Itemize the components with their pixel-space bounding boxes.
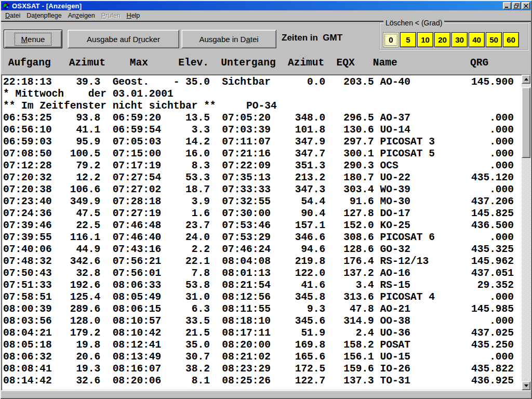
print-output-button[interactable]: Ausgabe auf Drucker xyxy=(68,30,179,48)
grad-button-60[interactable]: 60 xyxy=(503,32,519,47)
app-window: OSXSAT - [Anzeigen] DateiDatenpflegeAnze… xyxy=(0,0,532,399)
pass-list: 22:18:13 39.3 Geost. - 35.0 Sichtbar 0.0… xyxy=(1,74,531,391)
restore-button[interactable] xyxy=(512,2,521,9)
table-row[interactable]: 06:53:25 93.8 06:59:20 13.5 07:05:20 348… xyxy=(3,112,522,124)
table-row[interactable]: 07:51:33 192.6 08:06:33 53.8 08:21:54 41… xyxy=(3,280,522,291)
table-row[interactable]: 08:04:21 179.2 08:10:42 21.5 08:17:11 51… xyxy=(3,327,522,339)
table-row[interactable]: 07:08:50 100.5 07:15:00 16.0 07:21:16 34… xyxy=(3,148,522,160)
table-row[interactable]: 08:03:56 128.0 08:10:57 33.5 08:18:10 34… xyxy=(3,315,522,327)
table-row[interactable]: 06:56:10 41.1 06:59:54 3.3 07:03:39 101.… xyxy=(3,124,522,136)
table-row[interactable]: 07:50:43 32.8 07:56:01 7.8 08:01:13 122.… xyxy=(3,268,522,280)
scrollbar-down-button[interactable] xyxy=(522,381,530,390)
menu-item-anzeigen[interactable]: Anzeigen xyxy=(65,11,98,20)
minimize-icon xyxy=(504,3,510,8)
table-row[interactable]: 08:06:32 20.6 08:13:49 30.7 08:21:02 165… xyxy=(3,351,522,363)
grad-buttons: 05102030405060 xyxy=(383,32,519,47)
toolbar: Menue Ausgabe auf Drucker Ausgabe in Dat… xyxy=(1,22,531,52)
restore-icon xyxy=(514,3,519,8)
scrollbar-thumb[interactable] xyxy=(522,87,530,158)
arrow-up-icon xyxy=(524,78,528,81)
table-row[interactable]: 07:48:32 342.6 07:56:21 22.1 08:04:08 21… xyxy=(3,256,522,268)
grad-button-20[interactable]: 20 xyxy=(434,32,450,47)
table-header-line: Aufgang Azimut Max Elev. Untergang Azimu… xyxy=(1,52,531,74)
table-note-row[interactable]: * Mittwoch der 03.01.2001 xyxy=(3,88,522,100)
grad-button-40[interactable]: 40 xyxy=(469,32,485,47)
vertical-scrollbar[interactable] xyxy=(522,75,530,390)
grad-button-10[interactable]: 10 xyxy=(417,32,433,47)
table-row[interactable]: 06:59:03 95.9 07:05:03 14.2 07:11:07 347… xyxy=(3,136,522,148)
table-row[interactable]: 07:39:55 116.1 07:46:40 24.0 07:53:29 34… xyxy=(3,232,522,244)
menu-item-datenpflege[interactable]: Datenpflege xyxy=(23,11,64,20)
grad-button-5[interactable]: 5 xyxy=(400,32,416,47)
table-note-row[interactable]: ** Im Zeitfenster nicht sichtbar ** PO-3… xyxy=(3,100,522,112)
titlebar: OSXSAT - [Anzeigen] xyxy=(1,1,531,10)
table-row[interactable]: 07:12:28 79.2 07:17:19 8.3 07:22:09 351.… xyxy=(3,160,522,172)
times-in-gmt-label: Zeiten in GMT xyxy=(282,33,342,43)
table-row[interactable]: 08:14:42 32.6 08:20:06 8.1 08:25:26 122.… xyxy=(3,375,522,387)
file-output-button[interactable]: Ausgabe in Datei xyxy=(181,30,276,48)
menue-button[interactable]: Menue xyxy=(4,30,62,48)
grad-button-30[interactable]: 30 xyxy=(451,32,468,47)
close-button[interactable] xyxy=(522,2,530,9)
table-row[interactable]: 07:20:32 12.2 07:27:54 53.3 07:35:13 213… xyxy=(3,172,522,184)
table-row[interactable]: 08:08:41 19.3 08:16:07 38.2 08:23:29 172… xyxy=(3,363,522,375)
menu-item-datei[interactable]: Datei xyxy=(2,11,23,20)
table-row[interactable]: 08:00:39 289.6 08:06:15 6.3 08:11:55 9.3… xyxy=(3,303,522,315)
table-row[interactable]: 07:39:46 22.5 07:46:48 23.7 07:53:46 157… xyxy=(3,220,522,232)
table-row[interactable]: 08:05:18 19.8 08:12:41 35.0 08:20:00 169… xyxy=(3,339,522,351)
scrollbar-up-button[interactable] xyxy=(522,75,530,84)
menubar: DateiDatenpflegeAnzeigenPrüfenHelp xyxy=(1,10,531,22)
table-rows: 22:18:13 39.3 Geost. - 35.0 Sichtbar 0.0… xyxy=(2,75,522,390)
window-title: OSXSAT - [Anzeigen] xyxy=(12,2,82,10)
minimize-button[interactable] xyxy=(503,2,511,9)
arrow-down-icon xyxy=(524,384,528,387)
menu-item-help[interactable]: Help xyxy=(124,11,143,20)
close-icon xyxy=(524,4,528,8)
table-row[interactable]: 07:58:51 125.4 08:05:49 31.0 08:12:56 34… xyxy=(3,291,522,303)
delete-threshold-label: Löschen < (Grad) xyxy=(383,19,444,27)
grad-button-0[interactable]: 0 xyxy=(383,32,399,47)
bottom-strip xyxy=(1,391,531,398)
table-row[interactable]: 07:40:06 44.9 07:43:16 2.2 07:46:24 94.6… xyxy=(3,244,522,256)
table-row[interactable]: 07:24:36 47.5 07:27:19 1.6 07:30:00 90.4… xyxy=(3,208,522,220)
table-row[interactable]: 07:20:38 106.6 07:27:02 18.7 07:33:33 34… xyxy=(3,184,522,196)
app-icon xyxy=(2,2,10,10)
window-controls xyxy=(502,2,530,9)
delete-threshold-group: Löschen < (Grad) 05102030405060 xyxy=(379,22,529,50)
grad-button-50[interactable]: 50 xyxy=(486,32,502,47)
table-row[interactable]: 07:23:40 349.9 07:28:18 3.9 07:32:55 54.… xyxy=(3,196,522,208)
table-row[interactable]: 22:18:13 39.3 Geost. - 35.0 Sichtbar 0.0… xyxy=(3,76,522,88)
menu-item-prfen[interactable]: Prüfen xyxy=(98,11,124,20)
